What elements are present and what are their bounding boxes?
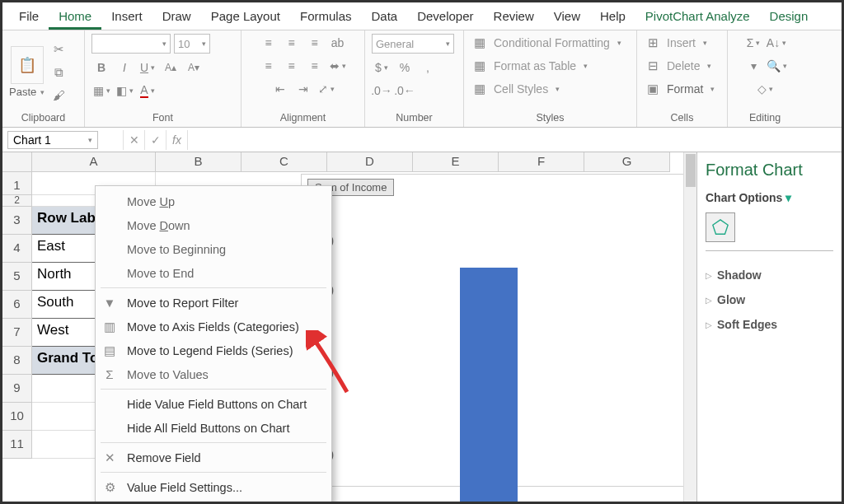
row-header-2[interactable]: 2 [2,195,32,207]
row-header-1[interactable]: 1 [2,172,32,195]
tab-help[interactable]: Help [590,4,635,30]
col-header-E[interactable]: E [413,152,499,172]
tab-data[interactable]: Data [361,4,407,30]
svg-marker-0 [713,220,728,234]
filter-icon: ▼ [101,296,119,310]
row-header-3[interactable]: 3 [2,207,32,235]
cancel-formula-icon[interactable]: ✕ [123,130,144,150]
wrap-text-icon[interactable]: ab [328,34,348,52]
number-format-combo[interactable]: General▾ [372,34,454,54]
pane-section-shadow[interactable]: ▷Shadow [706,263,833,287]
increase-indent-icon[interactable]: ⇥ [293,80,313,98]
italic-button[interactable]: I [115,58,134,77]
effects-tab-icon[interactable] [706,212,735,242]
name-box[interactable]: Chart 1▾ [7,131,98,149]
tab-design[interactable]: Design [760,4,818,30]
row-header-10[interactable]: 10 [2,403,32,431]
enter-formula-icon[interactable]: ✓ [144,130,166,150]
underline-button[interactable]: U▾ [138,58,157,77]
pane-section-soft-edges[interactable]: ▷Soft Edges [706,312,833,337]
row-header-6[interactable]: 6 [2,291,32,319]
format-as-table-button[interactable]: ▦Format as Table▾ [471,57,588,75]
decrease-decimal-icon[interactable]: .0← [395,82,415,100]
orientation-icon[interactable]: ⤢▾ [316,80,336,98]
align-left-icon[interactable]: ≡ [259,57,279,75]
col-header-G[interactable]: G [584,152,670,172]
paste-label[interactable]: Paste▾ [9,86,45,98]
formula-input[interactable] [187,130,842,150]
align-bottom-icon[interactable]: ≡ [305,34,325,52]
ctx-hide-all-field-buttons[interactable]: Hide All Field Buttons on Chart [96,416,331,440]
font-name-combo[interactable]: ▾ [91,34,171,54]
shrink-font-button[interactable]: A▾ [184,58,204,77]
col-header-D[interactable]: D [327,152,413,172]
align-middle-icon[interactable]: ≡ [282,34,302,52]
row-header-11[interactable]: 11 [2,431,32,459]
tab-view[interactable]: View [544,4,590,30]
col-header-B[interactable]: B [156,152,241,172]
clear-icon[interactable]: ◇▾ [755,80,775,98]
borders-button[interactable]: ▦▾ [91,82,111,100]
bold-button[interactable]: B [91,58,111,77]
col-header-A[interactable]: A [32,152,156,172]
tab-draw[interactable]: Draw [152,4,201,30]
format-icon: ▣ [644,80,662,98]
ribbon-tabs: File Home Insert Draw Page Layout Formul… [2,2,842,30]
insert-cells-button[interactable]: ⊞Insert▾ [644,34,707,52]
comma-icon[interactable]: , [418,58,438,77]
ctx-move-to-axis[interactable]: ▥Move to Axis Fields (Categories) [96,315,331,338]
copy-icon[interactable]: ⧉ [49,63,68,82]
find-icon[interactable]: 🔍▾ [767,57,786,75]
chart-bar[interactable] [460,268,518,504]
cell-styles-button[interactable]: ▦Cell Styles▾ [471,80,560,98]
font-color-button[interactable]: A▾ [138,82,157,100]
tab-file[interactable]: File [9,4,49,30]
row-header-8[interactable]: 8 [2,347,32,375]
conditional-formatting-button[interactable]: ▦Conditional Formatting▾ [471,34,621,52]
fill-color-button[interactable]: ◧▾ [115,82,134,100]
pane-section-glow[interactable]: ▷Glow [706,287,833,312]
grow-font-button[interactable]: A▴ [161,58,181,77]
ctx-move-to-legend[interactable]: ▤Move to Legend Fields (Series) [96,338,331,362]
font-size-combo[interactable]: 10▾ [174,34,210,54]
tab-developer[interactable]: Developer [407,4,483,30]
scrollbar-thumb[interactable] [686,154,696,187]
select-all-corner[interactable] [2,152,32,172]
percent-icon[interactable]: % [395,58,415,77]
sort-filter-icon[interactable]: A↓▾ [767,34,786,52]
align-center-icon[interactable]: ≡ [282,57,302,75]
ctx-move-to-report-filter[interactable]: ▼Move to Report Filter [96,291,331,315]
cut-icon[interactable]: ✂ [49,40,68,58]
ctx-hide-value-field-buttons[interactable]: Hide Value Field Buttons on Chart [96,392,331,416]
merge-icon[interactable]: ⬌▾ [328,57,348,75]
tab-review[interactable]: Review [484,4,544,30]
tab-insert[interactable]: Insert [101,4,152,30]
row-header-7[interactable]: 7 [2,319,32,347]
col-header-C[interactable]: C [241,152,327,172]
fill-icon[interactable]: ▾ [743,57,763,75]
pane-subtitle[interactable]: Chart Options ▾ [706,191,833,204]
ctx-value-field-settings[interactable]: ⚙Value Field Settings... [96,475,331,499]
delete-cells-button[interactable]: ⊟Delete▾ [644,57,711,75]
tab-page-layout[interactable]: Page Layout [201,4,290,30]
align-right-icon[interactable]: ≡ [305,57,325,75]
col-header-F[interactable]: F [499,152,584,172]
align-top-icon[interactable]: ≡ [259,34,279,52]
increase-decimal-icon[interactable]: .0→ [372,82,392,100]
paste-button[interactable]: 📋 [11,46,44,84]
row-header-4[interactable]: 4 [2,235,32,263]
accounting-icon[interactable]: $▾ [372,58,392,77]
formula-bar: Chart 1▾ ✕ ✓ fx [2,128,842,152]
tab-home[interactable]: Home [49,4,101,30]
row-header-9[interactable]: 9 [2,375,32,403]
ctx-remove-field[interactable]: ✕Remove Field [96,446,331,469]
vertical-scrollbar[interactable] [683,152,696,504]
decrease-indent-icon[interactable]: ⇤ [270,80,290,98]
fx-icon[interactable]: fx [166,130,187,150]
tab-pivotchart-analyze[interactable]: PivotChart Analyze [635,4,760,30]
row-header-5[interactable]: 5 [2,263,32,291]
format-painter-icon[interactable]: 🖌 [49,86,68,105]
autosum-icon[interactable]: Σ▾ [743,34,763,52]
tab-formulas[interactable]: Formulas [290,4,362,30]
format-cells-button[interactable]: ▣Format▾ [644,80,715,98]
